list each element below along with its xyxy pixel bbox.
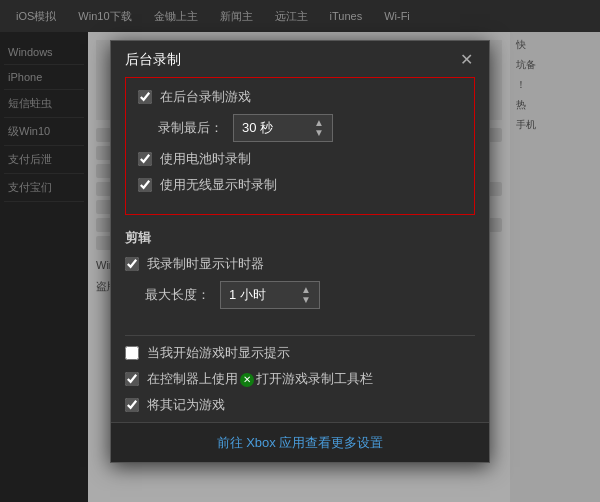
timer-label: 我录制时显示计时器 [147,255,264,273]
dialog-body: 在后台录制游戏 录制最后： 30 秒 ▲ ▼ 使用 [111,77,489,422]
mark-as-game-row: 将其记为游戏 [125,396,475,414]
max-duration-row: 最大长度： 1 小时 ▲ ▼ [145,281,475,309]
timer-checkbox[interactable] [125,257,139,271]
battery-record-row: 使用电池时录制 [138,150,462,168]
controller-toolbar-row: 在控制器上使用✕打开游戏录制工具栏 [125,370,475,388]
mark-as-game-label: 将其记为游戏 [147,396,225,414]
background-record-label: 在后台录制游戏 [160,88,251,106]
show-hint-row: 当我开始游戏时显示提示 [125,344,475,362]
xbox-icon: ✕ [240,373,254,387]
record-last-row: 录制最后： 30 秒 ▲ ▼ [158,114,462,142]
max-duration-select[interactable]: 1 小时 ▲ ▼ [220,281,320,309]
wireless-record-label: 使用无线显示时录制 [160,176,277,194]
show-hint-checkbox[interactable] [125,346,139,360]
record-last-label: 录制最后： [158,119,223,137]
controller-toolbar-checkbox[interactable] [125,372,139,386]
record-last-value: 30 秒 [242,119,273,137]
max-duration-value: 1 小时 [229,286,266,304]
battery-record-checkbox[interactable] [138,152,152,166]
background-record-row: 在后台录制游戏 [138,88,462,106]
background-record-checkbox[interactable] [138,90,152,104]
dialog: 后台录制 ✕ 在后台录制游戏 录制最后： 30 秒 ▲ [110,40,490,463]
mark-as-game-checkbox[interactable] [125,398,139,412]
background-recording-section: 在后台录制游戏 录制最后： 30 秒 ▲ ▼ 使用 [125,77,475,215]
dialog-header: 后台录制 ✕ [111,41,489,77]
close-button[interactable]: ✕ [458,52,475,68]
show-hint-label: 当我开始游戏时显示提示 [147,344,290,362]
divider [125,335,475,336]
max-duration-label: 最大长度： [145,286,210,304]
clipping-title: 剪辑 [125,229,475,247]
dialog-title: 后台录制 [125,51,181,69]
timer-row: 我录制时显示计时器 [125,255,475,273]
select-arrows-2: ▲ ▼ [301,285,311,305]
controller-toolbar-label: 在控制器上使用✕打开游戏录制工具栏 [147,370,373,388]
wireless-record-checkbox[interactable] [138,178,152,192]
record-last-select[interactable]: 30 秒 ▲ ▼ [233,114,333,142]
dialog-footer: 前往 Xbox 应用查看更多设置 [111,422,489,462]
modal-overlay: 后台录制 ✕ 在后台录制游戏 录制最后： 30 秒 ▲ [0,0,600,502]
wireless-record-row: 使用无线显示时录制 [138,176,462,194]
battery-record-label: 使用电池时录制 [160,150,251,168]
clipping-section: 剪辑 我录制时显示计时器 最大长度： 1 小时 ▲ ▼ [125,229,475,317]
xbox-settings-link[interactable]: 前往 Xbox 应用查看更多设置 [217,435,384,450]
select-arrows: ▲ ▼ [314,118,324,138]
